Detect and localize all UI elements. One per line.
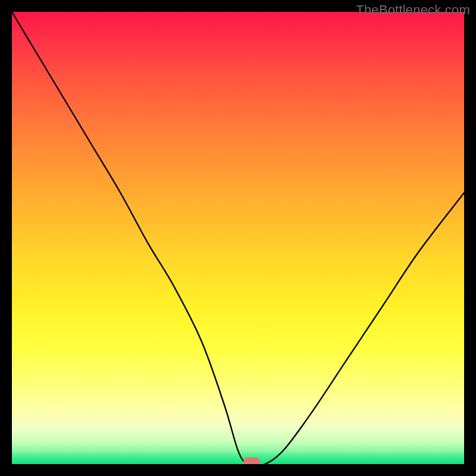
plot-area bbox=[12, 12, 464, 464]
chart-canvas: TheBottleneck.com bbox=[0, 0, 476, 476]
bottleneck-curve bbox=[12, 12, 464, 464]
minimum-marker bbox=[243, 458, 260, 464]
watermark-text: TheBottleneck.com bbox=[356, 2, 470, 18]
